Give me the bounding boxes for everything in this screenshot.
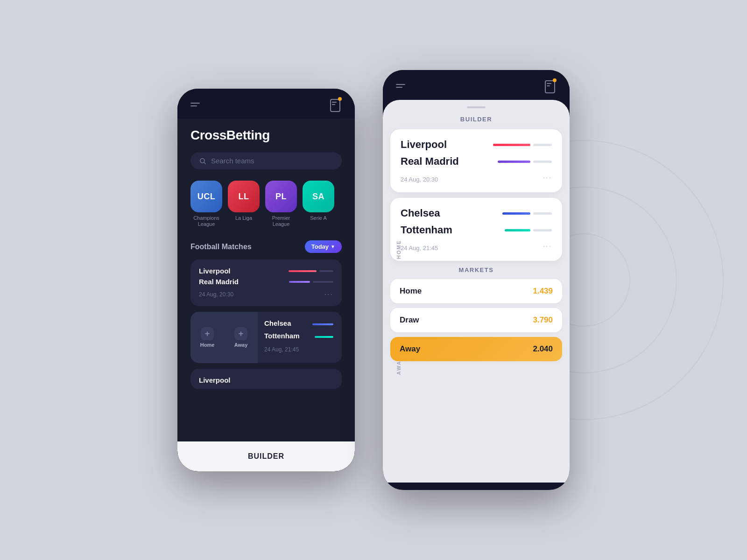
swipe-actions: + Home + Away: [190, 312, 258, 363]
phones-container: CrossBetting Search teams UCL ChampionsL…: [177, 70, 570, 490]
detail-bar-blue: [502, 212, 530, 215]
league-ucl[interactable]: UCL ChampionsLeague: [190, 181, 222, 227]
market-row-home[interactable]: Home 1.439: [390, 279, 562, 303]
match-row-1-team2: Real Madrid: [199, 278, 333, 286]
detail-match-date-1: 24 Aug, 20:30: [401, 176, 438, 183]
builder-section-title: BUILDER: [383, 116, 570, 123]
detail-bar-purple: [498, 161, 530, 163]
match-card-2[interactable]: + Home + Away Chelsea: [190, 312, 342, 363]
dark-phone-header: [177, 89, 355, 119]
detail-team2-row: Real Madrid: [401, 155, 552, 168]
dark-phone-bottom-bar[interactable]: BUILDER: [177, 441, 355, 471]
team2-name: Real Madrid: [199, 278, 239, 286]
detail-team2-bars: [498, 161, 552, 163]
betslip-icon[interactable]: [329, 97, 342, 112]
dark-phone-content: CrossBetting Search teams UCL ChampionsL…: [177, 119, 355, 442]
search-placeholder: Search teams: [211, 157, 254, 165]
swipe-home-label: Home: [200, 342, 215, 348]
swipe-away-button[interactable]: + Away: [224, 312, 258, 363]
chevron-down-icon: ▼: [331, 244, 335, 249]
match-date-1: 24 Aug, 20:30: [199, 291, 233, 298]
detail-match-footer-2: 24 Aug, 21:45 ···: [401, 241, 552, 252]
market-odds-draw: 3.790: [533, 315, 553, 325]
match-card-2-content: Chelsea Tottenham 24 Aug, 21:45: [258, 312, 342, 363]
match-card-3-peek: Liverpool: [190, 369, 342, 389]
odds-bar-2: [289, 281, 333, 283]
phone-light: BUILDER HOME Liverpool Real Madrid: [383, 70, 570, 490]
match-detail-card-2[interactable]: Chelsea Tottenham 24: [390, 198, 562, 261]
league-name-sa: Serie A: [310, 215, 326, 221]
light-phone-content: BUILDER HOME Liverpool Real Madrid: [383, 100, 570, 490]
market-row-draw[interactable]: Draw 3.790: [390, 308, 562, 332]
league-badge-pl: PL: [265, 181, 297, 212]
today-filter-button[interactable]: Today ▼: [305, 240, 342, 253]
detail-bar-bg-3: [533, 212, 552, 215]
team2-name-2: Tottenham: [264, 332, 300, 340]
app-title: CrossBetting: [190, 128, 342, 143]
detail-bar-red: [493, 144, 530, 146]
add-away-icon: +: [234, 327, 247, 340]
match-row-2-team2: Tottenham: [264, 332, 333, 342]
detail-match-footer-1: 24 Aug, 20:30 ···: [401, 172, 552, 183]
builder-button-label: BUILDER: [248, 452, 284, 461]
add-home-icon: +: [201, 327, 214, 340]
league-ll[interactable]: LL La Liga: [228, 181, 260, 227]
detail-bar-bg-2: [533, 161, 552, 163]
match-row-2-team1: Chelsea: [264, 319, 333, 329]
search-bar[interactable]: Search teams: [190, 152, 342, 169]
team2-bar-2: [315, 336, 333, 338]
detail-options-icon-2[interactable]: ···: [543, 242, 552, 251]
markets-section-title: MARKETS: [390, 266, 562, 273]
team2-bar: [289, 281, 310, 283]
betslip-icon-2[interactable]: [543, 78, 557, 93]
league-sa[interactable]: SA Serie A: [303, 181, 334, 227]
detail-options-icon-1[interactable]: ···: [543, 174, 552, 182]
detail-team2-name: Real Madrid: [401, 155, 459, 168]
odds-bar-4: [315, 336, 333, 338]
detail-team3-bars: [502, 212, 552, 215]
match-row-1-team1: Liverpool: [199, 267, 333, 275]
match-footer-1: 24 Aug, 20:30 ···: [199, 290, 333, 299]
sheet-handle: [467, 106, 486, 108]
league-name-ucl: ChampionsLeague: [193, 215, 219, 227]
detail-match-date-2: 24 Aug, 21:45: [401, 245, 438, 252]
match-footer-2: 24 Aug, 21:45: [264, 346, 333, 353]
league-name-pl: PremierLeague: [272, 215, 290, 227]
team1-name-3: Liverpool: [199, 376, 231, 384]
leagues-row: UCL ChampionsLeague LL La Liga PL Premie…: [190, 181, 342, 227]
detail-team3-row: Chelsea: [401, 207, 552, 219]
market-label-away: Away: [400, 344, 420, 354]
search-icon: [199, 157, 206, 165]
match-date-2: 24 Aug, 21:45: [264, 346, 299, 353]
detail-team4-bars: [505, 229, 552, 231]
swipe-away-label: Away: [234, 342, 248, 348]
team1-bar-2: [312, 323, 333, 325]
market-row-away[interactable]: Away 2.040: [390, 337, 562, 361]
hamburger-icon[interactable]: [190, 103, 200, 106]
match-detail-card-1[interactable]: Liverpool Real Madrid: [390, 129, 562, 192]
team1-name-2: Chelsea: [264, 319, 291, 327]
league-badge-ucl: UCL: [190, 181, 222, 212]
phone-dark: CrossBetting Search teams UCL ChampionsL…: [177, 89, 355, 471]
team1-bar: [289, 270, 317, 272]
team1-name: Liverpool: [199, 267, 231, 275]
league-badge-ll: LL: [228, 181, 260, 212]
team2-bar-bg: [313, 281, 333, 283]
svg-line-1: [204, 162, 205, 164]
markets-section: MARKETS MATCH WINNER Home 1.439 Draw 3.7…: [383, 266, 570, 361]
detail-team4-name: Tottenham: [401, 224, 452, 236]
detail-team1-row: Liverpool: [401, 139, 552, 151]
matches-section-header: Football Matches Today ▼: [190, 240, 342, 253]
detail-bar-bg-4: [533, 229, 552, 231]
market-odds-home: 1.439: [533, 287, 553, 296]
detail-team3-name: Chelsea: [401, 207, 440, 219]
league-pl[interactable]: PL PremierLeague: [265, 181, 297, 227]
odds-bar-3: [312, 323, 333, 325]
detail-team4-row: Tottenham: [401, 224, 552, 236]
swipe-home-button[interactable]: + Home: [190, 312, 224, 363]
league-badge-sa: SA: [303, 181, 334, 212]
detail-team1-name: Liverpool: [401, 139, 447, 151]
match-card-1[interactable]: Liverpool Real Madrid 24 Aug, 20:30 ··: [190, 259, 342, 306]
match-options-icon[interactable]: ···: [324, 290, 333, 299]
hamburger-icon-2[interactable]: [396, 84, 405, 88]
